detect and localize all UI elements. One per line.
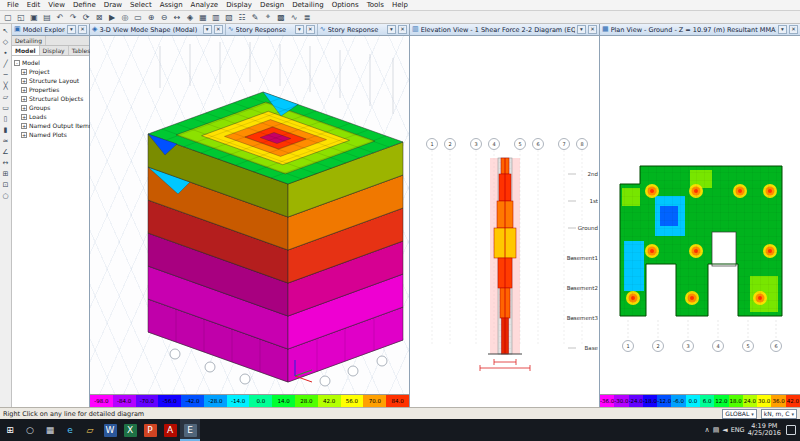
tree-item[interactable]: + Project: [13, 67, 88, 76]
tree-item[interactable]: + Named Output Items: [13, 121, 88, 130]
expand-icon[interactable]: +: [21, 132, 27, 138]
units-dropdown[interactable]: kN, m, C▾: [761, 409, 797, 419]
new-model-icon[interactable]: ▢: [2, 12, 14, 23]
window-menu-button[interactable]: ▾: [203, 25, 212, 34]
network-icon[interactable]: ▤: [713, 426, 720, 434]
menu-item[interactable]: Help: [388, 1, 412, 9]
force-diagram-icon[interactable]: ≣: [301, 12, 313, 23]
shear-diagram-member[interactable]: [488, 158, 522, 354]
menu-item[interactable]: Edit: [23, 1, 45, 9]
tree-item[interactable]: + Named Plots: [13, 130, 88, 139]
menu-item[interactable]: Define: [69, 1, 100, 9]
view-3d-canvas[interactable]: [90, 36, 409, 394]
3d-view-icon[interactable]: ◈: [184, 12, 196, 23]
undo-icon[interactable]: ↶: [54, 12, 66, 23]
quick-draw-floor-icon[interactable]: ▭: [1, 103, 11, 113]
expand-icon[interactable]: +: [21, 123, 27, 129]
expand-icon[interactable]: +: [21, 69, 27, 75]
select-options-icon[interactable]: ▩: [275, 12, 287, 23]
draw-link-icon[interactable]: ≈: [1, 136, 11, 146]
file-explorer-icon[interactable]: ▱: [80, 419, 100, 441]
quick-draw-braces-icon[interactable]: ╳: [1, 81, 11, 91]
zoom-in-icon[interactable]: ⊕: [145, 12, 157, 23]
menu-item[interactable]: Tools: [363, 1, 388, 9]
zoom-out-icon[interactable]: ⊖: [158, 12, 170, 23]
panel-close-button[interactable]: ✕: [78, 25, 87, 34]
menu-item[interactable]: Select: [126, 1, 156, 9]
draw-reference-point-icon[interactable]: ⊡: [1, 180, 11, 190]
expand-icon[interactable]: +: [21, 105, 27, 111]
coordinate-system-dropdown[interactable]: GLOBAL▾: [722, 409, 757, 419]
taskbar-clock[interactable]: 4:19 PM 4/25/2016: [748, 423, 781, 437]
window-close-button[interactable]: ✕: [214, 25, 223, 34]
select-pointer-icon[interactable]: ↖: [1, 26, 11, 36]
panel-menu-button[interactable]: ▾: [67, 25, 76, 34]
menu-item[interactable]: Design: [256, 1, 288, 9]
search-icon[interactable]: ○: [20, 419, 40, 441]
window-menu-button[interactable]: ▾: [295, 25, 304, 34]
menu-item[interactable]: File: [3, 1, 23, 9]
draw-dimension-icon[interactable]: ↔: [1, 158, 11, 168]
volume-icon[interactable]: ◄: [722, 426, 727, 434]
tree-item[interactable]: + Structure Layout: [13, 76, 88, 85]
plan-view-header[interactable]: ▦ Plan View - Ground - Z = 10.97 (m) Res…: [600, 24, 800, 36]
tree-item[interactable]: + Loads: [13, 112, 88, 121]
window-close-button[interactable]: ✕: [398, 25, 407, 34]
task-view-icon[interactable]: ▦: [40, 419, 60, 441]
window-menu-button[interactable]: ▾: [387, 25, 396, 34]
plan-view-icon[interactable]: ▦: [197, 12, 209, 23]
pan-icon[interactable]: ↔: [171, 12, 183, 23]
redo-icon[interactable]: ↷: [67, 12, 79, 23]
run-analysis-icon[interactable]: ▶: [106, 12, 118, 23]
acrobat-icon[interactable]: A: [160, 419, 180, 441]
start-button[interactable]: ⊞: [0, 419, 20, 441]
elevation-view-icon[interactable]: ▥: [210, 12, 222, 23]
draw-joint-icon[interactable]: ∙: [1, 48, 11, 58]
expand-icon[interactable]: +: [21, 96, 27, 102]
language-indicator[interactable]: ENG: [731, 426, 745, 434]
expand-icon[interactable]: +: [21, 87, 27, 93]
elevation-view-canvas[interactable]: 1 2 3 4 5 6 7 8: [410, 36, 599, 407]
expand-icon[interactable]: +: [21, 114, 27, 120]
etabs-icon[interactable]: E: [180, 419, 200, 441]
tree-item[interactable]: + Properties: [13, 85, 88, 94]
tab-detailing[interactable]: Detailing: [12, 36, 46, 45]
restore-full-view-icon[interactable]: ▭: [132, 12, 144, 23]
open-model-icon[interactable]: ◱: [15, 12, 27, 23]
set-display-options-icon[interactable]: ☷: [236, 12, 248, 23]
menu-item[interactable]: Analyze: [187, 1, 223, 9]
window-menu-button[interactable]: ▾: [577, 25, 586, 34]
draw-wall-icon[interactable]: ▯: [1, 114, 11, 124]
draw-floor-icon[interactable]: ▱: [1, 92, 11, 102]
story-response-tab[interactable]: ∿ Story Response ▾ ✕: [226, 24, 318, 35]
reshape-object-icon[interactable]: ◇: [1, 37, 11, 47]
word-icon[interactable]: W: [100, 419, 120, 441]
menu-item[interactable]: Display: [222, 1, 256, 9]
view-3d-titlebar[interactable]: ◈ 3-D View Mode Shape (Modal) ▾ ✕: [90, 24, 226, 35]
action-center-icon[interactable]: [786, 425, 796, 435]
snap-options-icon[interactable]: ⌖: [262, 12, 274, 23]
assign-icon[interactable]: ✎: [249, 12, 261, 23]
explorer-tab[interactable]: Model: [12, 46, 40, 55]
elevation-view-header[interactable]: ▥ Elevation View - 1 Shear Force 2-2 Dia…: [410, 24, 599, 36]
story-response-tab[interactable]: ∿ Story Response ▾ ✕: [318, 24, 409, 35]
expand-icon[interactable]: +: [21, 78, 27, 84]
draw-frame-icon[interactable]: ╱: [1, 59, 11, 69]
window-close-button[interactable]: ✕: [306, 25, 315, 34]
save-model-icon[interactable]: ▣: [28, 12, 40, 23]
measure-icon[interactable]: ∠: [1, 147, 11, 157]
model-explorer-header[interactable]: ▣ Model Explorer ▾ ✕: [12, 24, 89, 36]
print-icon[interactable]: ▤: [41, 12, 53, 23]
excel-icon[interactable]: X: [120, 419, 140, 441]
tray-expand-icon[interactable]: ∧: [705, 426, 710, 434]
draw-grid-icon[interactable]: ⊞: [1, 169, 11, 179]
menu-item[interactable]: Options: [328, 1, 363, 9]
quick-draw-frame-icon[interactable]: ─: [1, 70, 11, 80]
draw-section-cut-icon[interactable]: ○: [1, 191, 11, 201]
object-shrink-icon[interactable]: ▧: [223, 12, 235, 23]
window-menu-button[interactable]: ▾: [778, 25, 787, 34]
quick-draw-wall-icon[interactable]: ▮: [1, 125, 11, 135]
menu-item[interactable]: View: [44, 1, 69, 9]
tree-item-model[interactable]: - Model: [13, 58, 88, 67]
tree-item[interactable]: + Structural Objects: [13, 94, 88, 103]
